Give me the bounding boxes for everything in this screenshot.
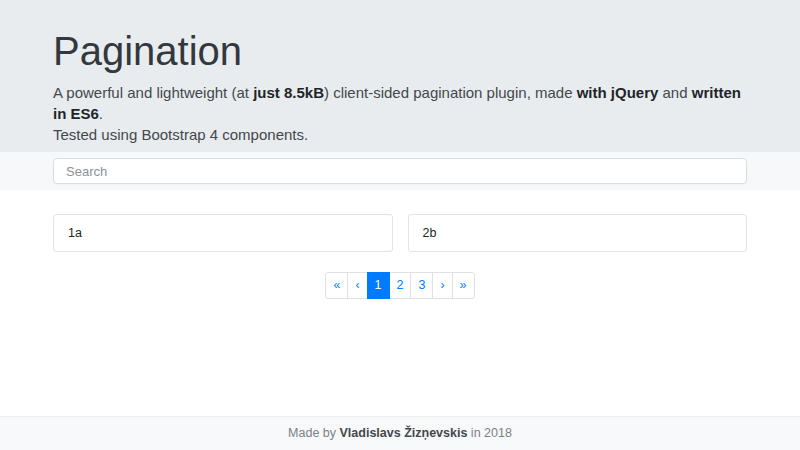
footer-text-prefix: Made by <box>288 426 339 440</box>
page-title: Pagination <box>53 27 747 75</box>
description-text: and <box>658 84 691 101</box>
list-item-label: 2b <box>423 226 437 240</box>
search-band <box>0 152 800 190</box>
list-item: 2b <box>408 214 748 252</box>
pagination-first-button[interactable]: « <box>325 272 348 299</box>
footer-text-suffix: in 2018 <box>467 426 511 440</box>
cards-row: 1a 2b <box>53 214 747 252</box>
description-highlight-size: just 8.5kB <box>253 84 324 101</box>
description-text: ) client-sided pagination plugin, made <box>324 84 577 101</box>
pagination-last-button[interactable]: » <box>452 272 475 299</box>
footer: Made by Vladislavs Žizņevskis in 2018 <box>0 416 800 450</box>
description-text: . <box>99 105 103 122</box>
description-highlight-jquery: with jQuery <box>577 84 659 101</box>
pagination-prev-button[interactable]: ‹ <box>347 272 367 299</box>
pagination-page-2-button[interactable]: 2 <box>389 272 412 299</box>
list-item: 1a <box>53 214 393 252</box>
pagination-page-3-button[interactable]: 3 <box>410 272 433 299</box>
description-line-2: Tested using Bootstrap 4 components. <box>53 124 747 145</box>
search-input[interactable] <box>53 158 747 184</box>
jumbotron-header: Pagination A powerful and lightweight (a… <box>0 0 800 152</box>
list-item-label: 1a <box>68 226 82 240</box>
pagination-next-button[interactable]: › <box>432 272 452 299</box>
description-line-1: A powerful and lightweight (at just 8.5k… <box>53 82 747 124</box>
pagination: « ‹ 1 2 3 › » <box>325 272 474 299</box>
pagination-page-1-button[interactable]: 1 <box>367 272 390 299</box>
main-content: 1a 2b « ‹ 1 2 3 › » <box>0 190 800 416</box>
footer-author-name: Vladislavs Žizņevskis <box>340 426 468 440</box>
description-text: A powerful and lightweight (at <box>53 84 253 101</box>
